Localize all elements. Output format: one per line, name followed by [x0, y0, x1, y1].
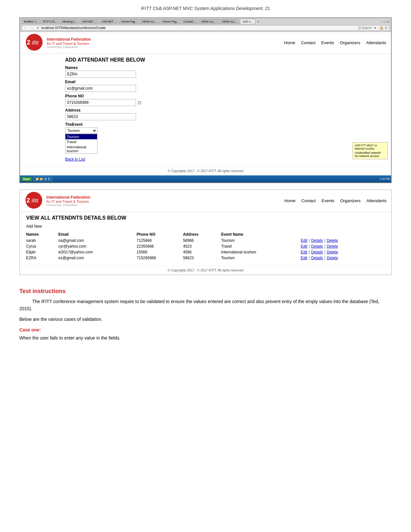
nav-organizers-1[interactable]: Organizers: [340, 40, 360, 45]
cell-phone: 715266989: [137, 255, 183, 261]
tab-aspnet1[interactable]: ASP.NET ...: [80, 19, 99, 24]
tab-allowing[interactable]: Allowing c...: [60, 19, 79, 24]
delete-link[interactable]: Delete: [327, 250, 338, 254]
dropdown-item-int-tourism[interactable]: International tourism: [65, 144, 97, 153]
delete-link[interactable]: Delete: [327, 256, 338, 260]
logo-text-2: International Federation for IT and Trav…: [46, 195, 91, 207]
form-title: ADD ATTENDANT HERE BELOW: [65, 57, 375, 63]
cell-email: ez@gmail.com: [58, 255, 137, 261]
forward-button[interactable]: →: [30, 26, 34, 30]
delete-link[interactable]: Delete: [327, 238, 338, 243]
tab-add[interactable]: ADD A...: [240, 19, 255, 24]
dropdown-item-tourism[interactable]: Tourism: [65, 134, 97, 139]
dropdown-item-travel[interactable]: Travel: [65, 139, 97, 144]
cell-actions: Edit | Details | Delete: [301, 255, 385, 261]
cell-email: el2017@yahoo.com: [58, 249, 137, 255]
nav-contact-1[interactable]: Contact: [301, 40, 316, 45]
website-content-1: 2 ifitt International Federation for IT …: [20, 32, 391, 175]
col-actions: [301, 231, 385, 238]
tab-textbox[interactable]: TextBox Y...: [22, 19, 41, 24]
tab-homepage1[interactable]: Home Pag...: [119, 19, 139, 24]
phone-input[interactable]: [65, 99, 136, 106]
page-header: IFITT Club ASP.NET MVC System Applicatio…: [0, 0, 411, 14]
test-instructions-title: Test instructions: [19, 288, 392, 295]
cell-name: Elijah: [26, 249, 58, 255]
nav-links-2: Home Contact Events Organizers Attendant…: [284, 198, 387, 203]
nav-attendants-1[interactable]: Attendants: [366, 40, 386, 45]
attendants-table: Names Email Phone NO Address Event Name …: [26, 231, 385, 261]
new-tab-button[interactable]: +: [257, 19, 259, 24]
names-input[interactable]: [65, 71, 136, 78]
tab-homepage2[interactable]: Home Pag...: [161, 19, 181, 24]
edit-link[interactable]: Edit: [301, 244, 308, 249]
address-bar: ← → ↺ Q Search ★ ↓ 🏠 ☰: [22, 25, 389, 31]
tab-viewall3[interactable]: VIEW ALL...: [220, 19, 240, 24]
refresh-button[interactable]: ↺: [36, 26, 40, 30]
email-input[interactable]: [65, 85, 136, 92]
start-button[interactable]: Start: [21, 177, 32, 181]
browser-screenshot-2: 2 ifitt International Federation for IT …: [19, 190, 392, 275]
edit-link[interactable]: Edit: [301, 238, 308, 243]
phone-label: Phone NO: [65, 94, 375, 98]
nav-links-1: Home Contact Events Organizers Attendant…: [284, 40, 386, 45]
svg-text:2: 2: [27, 39, 30, 46]
nav-events-2[interactable]: Events: [322, 198, 335, 203]
cell-phone: 7125666: [137, 238, 183, 243]
table-title: VIEW ALL ATTENDNTS DETAILS BELOW: [26, 215, 385, 221]
cell-address: 4523: [183, 243, 221, 249]
cell-actions: Edit | Details | Delete: [301, 238, 385, 243]
add-new-link[interactable]: Add New: [26, 224, 42, 229]
svg-text:ifitt: ifitt: [32, 198, 38, 203]
event-select[interactable]: TourismTravelInternational tourism: [65, 127, 97, 134]
site-nav-2: 2 ifitt International Federation for IT …: [20, 190, 391, 212]
table-header-row: Names Email Phone NO Address Event Name: [26, 231, 385, 238]
browser-screenshot-1: TextBox Y... IFITT.CO... Allowing c... A…: [19, 17, 392, 183]
tab-aspnet2[interactable]: ASP.NET ...: [100, 19, 119, 24]
nav-organizers-2[interactable]: Organizers: [340, 198, 361, 203]
site-nav-1: 2 ifitt International Federation for IT …: [20, 32, 391, 54]
details-link[interactable]: Details: [311, 244, 323, 249]
address-input[interactable]: [65, 113, 136, 120]
edit-link[interactable]: Edit: [301, 256, 308, 260]
details-link[interactable]: Details: [311, 250, 323, 254]
cell-email: sa@gmail.com: [58, 238, 137, 243]
url-input[interactable]: [41, 26, 357, 30]
nav-home-2[interactable]: Home: [284, 198, 296, 203]
cell-email: cyr@yahoo.com: [58, 243, 137, 249]
tab-contact[interactable]: Contact ...: [181, 19, 199, 24]
tab-viewall1[interactable]: VIEW ALL ...: [140, 19, 160, 24]
nav-events-1[interactable]: Events: [321, 40, 334, 45]
phone-icon: ⊡: [138, 100, 142, 105]
event-dropdown[interactable]: Tourism Travel International tourism: [65, 134, 97, 154]
svg-text:ifitt: ifitt: [32, 40, 39, 45]
details-link[interactable]: Details: [311, 256, 323, 260]
page-title: IFITT Club ASP.NET MVC System Applicatio…: [141, 6, 270, 11]
cell-event: International tourism: [221, 249, 301, 255]
cell-actions: Edit | Details | Delete: [301, 243, 385, 249]
back-button[interactable]: ←: [24, 26, 28, 30]
taskbar-items: 📁 📂 🖥 ⚙: [34, 177, 53, 181]
taskbar: Start 📁 📂 🖥 ⚙ 7:16 PM: [20, 175, 391, 182]
cell-event: Travel: [221, 243, 301, 249]
edit-link[interactable]: Edit: [301, 250, 308, 254]
tab-viewall2[interactable]: VIEW ALL ...: [199, 19, 220, 24]
nav-attendants-2[interactable]: Attendants: [367, 198, 387, 203]
logo-icon: 2 ifitt: [25, 34, 44, 52]
logo-icon-2: 2 ifitt: [24, 192, 43, 210]
test-instructions-body2: Below are the various cases of validatio…: [19, 316, 392, 323]
attendants-table-area: VIEW ALL ATTENDNTS DETAILS BELOW Add New…: [20, 212, 391, 266]
svg-text:2: 2: [26, 197, 30, 204]
site-footer-2: © Copyrights 2017 - © 2017 IFITT. All ri…: [20, 266, 391, 275]
case-one-title: Case one:: [19, 327, 392, 332]
taskbar-clock: 7:16 PM: [379, 177, 390, 181]
nav-home-1[interactable]: Home: [284, 40, 295, 45]
back-to-list-link[interactable]: Back to List: [65, 157, 85, 162]
logo-2: 2 ifitt International Federation for IT …: [24, 192, 91, 210]
cell-actions: Edit | Details | Delete: [301, 249, 385, 255]
cell-phone: 22355666: [137, 243, 183, 249]
col-names: Names: [26, 231, 58, 238]
delete-link[interactable]: Delete: [327, 244, 338, 249]
tab-ifitt[interactable]: IFITT.CO...: [41, 19, 59, 24]
nav-contact-2[interactable]: Contact: [301, 198, 316, 203]
details-link[interactable]: Details: [311, 238, 323, 243]
